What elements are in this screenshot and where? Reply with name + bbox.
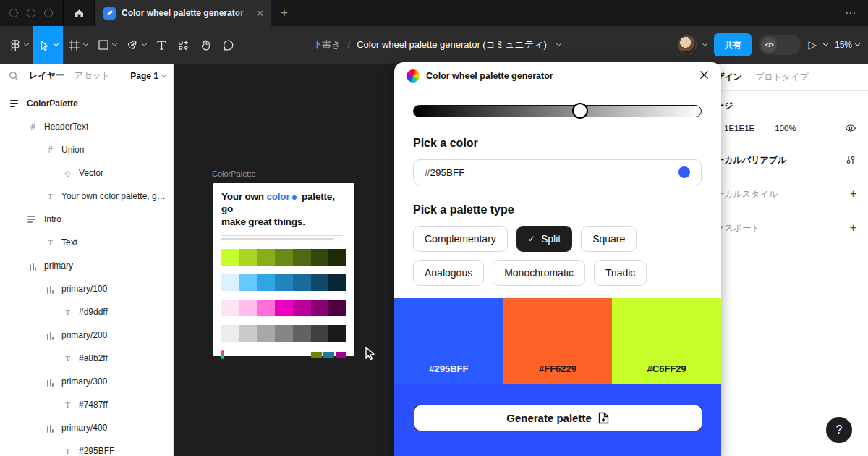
- rows-icon: [27, 214, 38, 224]
- layer-row[interactable]: T#295BFF: [0, 439, 173, 456]
- layer-row[interactable]: ColorPalette: [0, 92, 173, 115]
- home-button[interactable]: [64, 0, 94, 26]
- palette-row: [221, 249, 346, 266]
- file-tab[interactable]: Color wheel palette generator (コミュニティ) ✕: [95, 0, 271, 26]
- maximize-window-icon[interactable]: [44, 9, 53, 17]
- chevron-down-icon[interactable]: [556, 41, 561, 46]
- account-menu[interactable]: [678, 35, 707, 54]
- tab-prototype[interactable]: プロトタイプ: [755, 71, 809, 83]
- tab-layers[interactable]: レイヤー: [29, 69, 64, 82]
- layer-label: #a8b2ff: [79, 353, 108, 363]
- slider-handle[interactable]: [572, 103, 588, 119]
- layer-label: primary/100: [61, 284, 107, 294]
- palette-type-analogous[interactable]: Analogous: [413, 260, 484, 286]
- palette-type-split[interactable]: ✓Split: [516, 226, 572, 252]
- text-tool-button[interactable]: [151, 26, 172, 64]
- breadcrumb-file-name[interactable]: Color wheel palette generator (コミュニティ): [357, 38, 547, 51]
- tab-assets[interactable]: アセット: [75, 69, 110, 82]
- layer-label: #d9ddff: [79, 307, 108, 317]
- palette-cell: [293, 300, 311, 316]
- artboard[interactable]: Your own color palette, go make great th…: [213, 183, 354, 356]
- color-input[interactable]: [425, 167, 678, 178]
- avatar[interactable]: [678, 35, 697, 54]
- text-icon: T: [62, 400, 73, 410]
- layer-row[interactable]: ◇Vector: [0, 161, 173, 185]
- sliders-icon[interactable]: [845, 154, 856, 166]
- vector-icon: ◇: [62, 168, 73, 178]
- close-tab-icon[interactable]: ✕: [256, 8, 264, 19]
- search-icon[interactable]: [9, 71, 19, 81]
- main-menu-button[interactable]: [4, 26, 33, 64]
- frame-name-label[interactable]: ColorPalette: [212, 169, 256, 178]
- layer-row[interactable]: T#7487ff: [0, 393, 173, 416]
- tab-title: Color wheel palette generator (コミュニティ): [122, 7, 246, 20]
- shape-tool-button[interactable]: [93, 26, 122, 64]
- breadcrumb-project[interactable]: 下書き: [312, 38, 341, 51]
- layer-row[interactable]: T#d9ddff: [0, 300, 173, 324]
- layer-row[interactable]: primary/300: [0, 370, 173, 393]
- layer-row[interactable]: Intro: [0, 208, 173, 231]
- lightness-slider[interactable]: [413, 103, 702, 119]
- palette-cell: [239, 249, 258, 266]
- layer-row[interactable]: primary: [0, 254, 173, 277]
- move-tool-button[interactable]: [33, 26, 63, 64]
- close-window-icon[interactable]: [9, 9, 18, 17]
- generate-palette-button[interactable]: Generate palette: [414, 405, 702, 431]
- palette-type-triadic[interactable]: Triadic: [594, 260, 647, 286]
- layer-row[interactable]: TText: [0, 231, 173, 254]
- palette-cell: [328, 274, 346, 291]
- preview-swatch: #C6FF29: [612, 298, 721, 384]
- preview-swatch: #295BFF: [394, 298, 503, 384]
- palette-type-complementary[interactable]: Complementary: [413, 226, 508, 252]
- figma-logo-icon: [221, 350, 224, 359]
- page-color-hex[interactable]: 1E1E1E: [724, 124, 754, 132]
- more-menu-icon[interactable]: ⋯: [845, 0, 856, 26]
- palette-cell: [257, 300, 275, 316]
- layer-row[interactable]: primary/100: [0, 277, 173, 300]
- new-tab-button[interactable]: +: [271, 6, 297, 20]
- zoom-menu[interactable]: 15%: [835, 40, 859, 50]
- palette-type-buttons: Complementary✓SplitSquareAnalogousMonoch…: [413, 226, 702, 286]
- help-button[interactable]: ?: [826, 417, 852, 443]
- layer-label: Your own color palette, g…: [61, 191, 166, 201]
- comment-tool-button[interactable]: [217, 26, 239, 64]
- layer-row[interactable]: primary/200: [0, 324, 173, 347]
- text-icon: T: [62, 307, 73, 317]
- pen-tool-button[interactable]: [122, 26, 151, 64]
- palette-cell: [275, 325, 293, 342]
- palette-cell: [311, 274, 329, 291]
- page-selector[interactable]: Page 1: [130, 71, 166, 81]
- plugin-header[interactable]: Color wheel palette generator: [394, 62, 721, 90]
- dev-mode-toggle[interactable]: </>: [759, 35, 801, 55]
- layer-label: Vector: [79, 168, 103, 178]
- move-tool-icon: [38, 39, 51, 51]
- hand-tool-button[interactable]: [195, 26, 217, 64]
- palette-type-square[interactable]: Square: [581, 226, 637, 252]
- frame-tool-button[interactable]: [63, 26, 93, 64]
- share-button[interactable]: 共有: [714, 33, 752, 56]
- page-section-title: ページ: [707, 100, 856, 112]
- minimize-window-icon[interactable]: [27, 9, 35, 17]
- palette-cell: [275, 300, 293, 316]
- main-area: レイヤー アセット Page 1 ColorPalette#HeaderText…: [0, 64, 868, 456]
- page-color-opacity[interactable]: 100%: [775, 124, 796, 132]
- layer-row[interactable]: TYour own color palette, g…: [0, 185, 173, 208]
- present-button[interactable]: ▷: [808, 38, 827, 51]
- artboard-subtext: [221, 235, 346, 240]
- layer-row[interactable]: #Union: [0, 138, 173, 161]
- layer-row[interactable]: #HeaderText: [0, 115, 173, 138]
- page-color-row[interactable]: 1E1E1E 100%: [707, 122, 856, 134]
- slider-track[interactable]: [413, 105, 702, 117]
- layers-list: ColorPalette#HeaderText#Union◇VectorTYou…: [0, 88, 173, 456]
- layer-row[interactable]: T#a8b2ff: [0, 347, 173, 370]
- eye-icon[interactable]: [845, 122, 856, 134]
- add-export-button[interactable]: +: [850, 221, 856, 235]
- actions-tool-button[interactable]: [172, 26, 195, 64]
- layer-row[interactable]: primary/400: [0, 416, 173, 439]
- close-plugin-icon[interactable]: [699, 69, 709, 83]
- add-style-button[interactable]: +: [850, 187, 856, 200]
- plugin-body: Pick a color Pick a palette type Complem…: [394, 90, 721, 286]
- window-controls[interactable]: [0, 9, 63, 17]
- palette-cell: [221, 274, 239, 291]
- palette-type-monochromatic[interactable]: Monochromatic: [493, 260, 585, 286]
